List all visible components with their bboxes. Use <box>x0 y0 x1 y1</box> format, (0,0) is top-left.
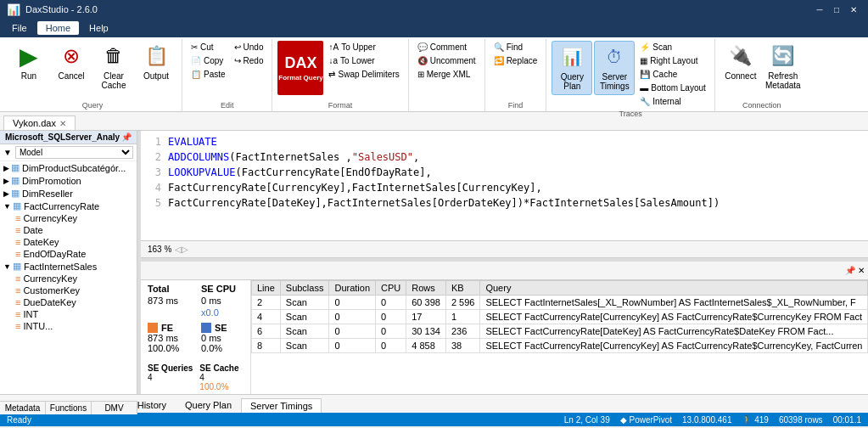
cell-rows: 17 <box>406 310 446 324</box>
uncomment-button[interactable]: 🔇 Uncomment <box>414 54 479 67</box>
status-position: Ln 2, Col 39 <box>564 415 610 425</box>
sidebar-tree-item[interactable]: ≡CustomerKey <box>0 284 137 296</box>
paste-button[interactable]: 📋 Paste <box>188 68 229 81</box>
close-button[interactable]: ✕ <box>846 3 861 15</box>
undo-icon: ↩ <box>234 42 241 52</box>
merge-xml-button[interactable]: ⊞ Merge XML <box>414 68 479 81</box>
title-bar: 📊 DaxStudio - 2.6.0 ─ □ ✕ <box>0 0 868 19</box>
table-row[interactable]: 8Scan004 85838SELECT FactCurrencyRate[Cu… <box>252 339 868 353</box>
cancel-button[interactable]: ⊗ Cancel <box>51 41 92 95</box>
ribbon-group-connection: 🔌 Connect 🔄 Refresh Metadata Connection <box>715 39 809 111</box>
comment-icon: 💬 <box>417 42 428 52</box>
results-header-pin: 📌 ✕ <box>845 266 865 275</box>
ribbon-group-traces-label: Traces <box>619 110 642 118</box>
cut-button[interactable]: ✂ Cut <box>188 41 229 54</box>
run-button[interactable]: ▶ Run <box>8 41 49 95</box>
ribbon-group-traces-content: 📊 Query Plan ⏱ Server Timings ⚡ Scan ▦ R… <box>552 41 708 108</box>
connect-button[interactable]: 🔌 Connect <box>720 41 761 95</box>
title-bar-controls: ─ □ ✕ <box>812 3 861 15</box>
merge-xml-icon: ⊞ <box>417 70 424 79</box>
tree-item-label: CurrencyKey <box>23 273 77 284</box>
cpu-sub <box>148 307 194 318</box>
format-query-button[interactable]: DAX Format Query <box>277 41 323 95</box>
to-upper-button[interactable]: ↑A To Upper <box>325 41 402 54</box>
ribbon-group-comment: 💬 Comment 🔇 Uncomment ⊞ Merge XML <box>409 39 485 111</box>
cell-rows: 4 858 <box>406 339 446 353</box>
tab-query-plan[interactable]: Query Plan <box>176 397 241 413</box>
tab-server-timings[interactable]: Server Timings <box>241 398 322 413</box>
sidebar-tree-item[interactable]: ≡CurrencyKey <box>0 273 137 284</box>
sidebar-tree-item[interactable]: ▶▦DimProductSubcatégór... <box>0 161 137 174</box>
to-lower-button[interactable]: ↓a To Lower <box>325 54 402 67</box>
cell-kb: 2 596 <box>445 296 480 310</box>
tree-item-label: DateKey <box>23 237 59 247</box>
line-num-5: 5 <box>144 195 161 211</box>
status-rows: 60398 rows <box>779 415 823 425</box>
fe-color-swatch <box>148 323 158 333</box>
document-tab-label: Vykon.dax <box>13 118 56 128</box>
internal-button[interactable]: 🔧 Internal <box>636 95 708 108</box>
sidebar-tree-item[interactable]: ≡CurrencyKey <box>0 212 137 224</box>
code-editor[interactable]: 1 EVALUATE 2 ADDCOLUMNS(FactInternetSale… <box>141 131 868 241</box>
comment-button[interactable]: 💬 Comment <box>414 41 479 54</box>
sidebar-model-select[interactable]: Model <box>15 146 133 159</box>
swap-delimiters-button[interactable]: ⇄ Swap Delimiters <box>325 68 402 81</box>
sidebar-tree-item[interactable]: ≡DateKey <box>0 236 137 248</box>
undo-button[interactable]: ↩ Undo <box>231 41 267 54</box>
find-button[interactable]: 🔍 Find <box>490 41 541 54</box>
sidebar-tree-item[interactable]: ▼▦FactInternetSales <box>0 260 137 273</box>
format-query-label: Format Query <box>278 74 322 82</box>
redo-button[interactable]: ↪ Redo <box>231 54 267 67</box>
sidebar-tree-item[interactable]: ▶▦DimPromotion <box>0 174 137 187</box>
sidebar-tree-item[interactable]: ▼▦FactCurrencyRate <box>0 200 137 212</box>
cell-rows: 30 134 <box>406 324 446 339</box>
cell-line: 4 <box>252 310 281 324</box>
se-cpu-val: 0 ms <box>201 296 221 306</box>
cancel-icon: ⊗ <box>58 42 85 70</box>
table-row[interactable]: 4Scan00171SELECT FactCurrencyRate[Curren… <box>252 310 868 324</box>
cell-query: SELECT FactCurrencyRate[CurrencyKey] AS … <box>480 310 868 324</box>
table-row[interactable]: 6Scan0030 134236SELECT FactCurrencyRate[… <box>252 324 868 339</box>
bottom-layout-button[interactable]: ▬ Bottom Layout <box>636 82 708 94</box>
sidebar-tree-item[interactable]: ▶▦DimReseller <box>0 187 137 200</box>
refresh-metadata-button[interactable]: 🔄 Refresh Metadata <box>763 41 804 95</box>
main-area: Microsoft_SQLServer_Analy 📌 ▼ Model ▶▦Di… <box>0 131 868 394</box>
cell-duration: 0 <box>329 324 376 339</box>
server-timings-button[interactable]: ⏱ Server Timings <box>594 41 635 95</box>
document-tab-close[interactable]: ✕ <box>59 119 66 128</box>
cell-kb: 38 <box>445 339 480 353</box>
cpu-sub-val: x0.0 <box>201 307 219 318</box>
summary-queries-row: SE Queries 4 SE Cache 4 100.0% <box>148 363 244 391</box>
menu-home[interactable]: Home <box>37 21 79 35</box>
minimize-button[interactable]: ─ <box>812 3 827 15</box>
column-icon: ≡ <box>15 309 20 319</box>
table-icon: ▦ <box>11 188 20 199</box>
document-tab[interactable]: Vykon.dax ✕ <box>3 115 76 130</box>
cell-kb: 1 <box>445 310 480 324</box>
sidebar-tree-item[interactable]: ≡EndOfDayRate <box>0 248 137 260</box>
menu-help[interactable]: Help <box>81 21 117 35</box>
clear-cache-button[interactable]: 🗑 Clear Cache <box>93 41 134 95</box>
cache-button[interactable]: 💾 Cache <box>636 68 708 81</box>
scan-button[interactable]: ⚡ Scan <box>636 41 708 54</box>
cell-subclass: Scan <box>280 324 329 339</box>
col-line: Line <box>252 281 281 296</box>
line-num-3: 3 <box>144 165 161 180</box>
replace-button[interactable]: 🔁 Replace <box>490 54 541 67</box>
sidebar-tree-item[interactable]: ≡DueDateKey <box>0 296 137 308</box>
cell-subclass: Scan <box>280 310 329 324</box>
output-button[interactable]: 📋 Output <box>136 41 176 95</box>
query-plan-button[interactable]: 📊 Query Plan <box>552 41 592 95</box>
copy-button[interactable]: 📄 Copy <box>188 54 229 67</box>
sidebar-tree-item[interactable]: ≡INT <box>0 308 137 320</box>
cell-subclass: Scan <box>280 339 329 353</box>
maximize-button[interactable]: □ <box>829 3 844 15</box>
sidebar-tree-item[interactable]: ≡INTU... <box>0 320 137 332</box>
menu-file[interactable]: File <box>3 21 36 35</box>
code-line-4: 4 FactCurrencyRate[CurrencyKey],FactInte… <box>141 180 868 195</box>
sidebar-tree-item[interactable]: ≡Date <box>0 224 137 236</box>
right-layout-button[interactable]: ▦ Right Layout <box>636 54 708 67</box>
sidebar-header: Microsoft_SQLServer_Analy 📌 <box>0 131 137 144</box>
table-row[interactable]: 2Scan0060 3982 596SELECT FactInternetSal… <box>252 296 868 310</box>
copy-icon: 📄 <box>191 56 201 65</box>
